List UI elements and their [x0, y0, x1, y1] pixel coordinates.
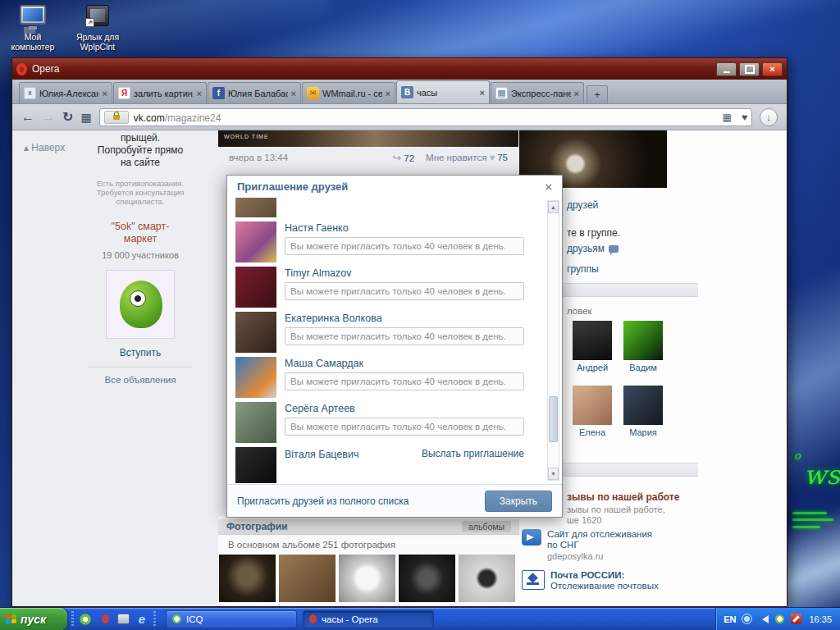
friend-name-link[interactable]: Timyr Almazov — [285, 267, 524, 280]
opera-quicklaunch-icon[interactable] — [98, 612, 112, 627]
reviews-topic-link[interactable]: зывы по нашей работе — [567, 491, 679, 503]
like-counter[interactable]: Мне нравится♥75 — [426, 153, 508, 162]
scrollbar-thumb[interactable] — [549, 396, 558, 442]
friend-name-link[interactable]: Настя Гаенко — [285, 221, 524, 235]
taskbar-task-opera[interactable]: часы - Opera — [303, 610, 434, 628]
friend-name-link[interactable]: Маша Самардак — [285, 357, 524, 370]
tab-close-icon[interactable]: × — [386, 89, 390, 98]
download-button[interactable]: ↓ — [760, 108, 778, 126]
tab-close-icon[interactable]: × — [480, 88, 485, 98]
close-dialog-button[interactable]: Закрыть — [485, 491, 552, 512]
member-avatar[interactable] — [623, 386, 663, 425]
albums-badge[interactable]: альбомы — [462, 521, 511, 532]
dialog-scrollbar[interactable]: ▲ ▼ — [547, 200, 559, 481]
antivirus-tray-icon[interactable] — [790, 614, 801, 625]
post-image[interactable]: WORLD TIME — [218, 130, 518, 147]
reload-button[interactable]: ↻ — [62, 111, 73, 124]
tab-close-icon[interactable]: × — [103, 89, 107, 98]
ad-title[interactable]: "5ok" смарт- маркет — [81, 221, 199, 245]
close-button[interactable]: × — [762, 62, 783, 76]
member-avatar[interactable] — [623, 321, 663, 360]
russian-post-block[interactable]: Почта РОССИИ: Отслеживание почтовых — [522, 570, 659, 591]
friend-name-link[interactable]: Віталя Бацевич — [285, 448, 358, 483]
ie-quicklaunch-icon[interactable]: e — [135, 612, 149, 627]
security-badge[interactable] — [104, 111, 129, 124]
tracking-site-block[interactable]: Сайт для отслеживания по СНГ gdeposylka.… — [522, 529, 652, 562]
member-avatar[interactable] — [573, 321, 612, 360]
member-cell[interactable]: Андрей — [573, 321, 612, 372]
extensions-grid-icon[interactable]: ▦ — [723, 112, 732, 123]
ad-text[interactable]: Попробуйте прямо — [81, 144, 199, 157]
scroll-down-button[interactable]: ▼ — [548, 468, 559, 480]
friend-avatar[interactable] — [235, 447, 276, 483]
tab-yulia-aleksan[interactable]: ‖ Юлия-Алексан... × — [19, 82, 112, 103]
start-button[interactable]: пуск — [0, 608, 67, 630]
tab-close-icon[interactable]: × — [197, 89, 202, 98]
network-tray-icon[interactable] — [741, 614, 752, 625]
desktop-icon-my-computer[interactable]: Мой компьютер — [4, 5, 62, 52]
clock[interactable]: 16:35 — [809, 614, 832, 624]
icq-tray-icon[interactable] — [774, 614, 785, 625]
photos-header[interactable]: Фотографии альбомы — [218, 519, 519, 535]
full-list-link[interactable]: Пригласить друзей из полного списка — [237, 495, 409, 507]
opera-window: Opera × ‖ Юлия-Алексан... × Я залить кар… — [11, 57, 788, 607]
tab-upload-picture[interactable]: Я залить картин... × — [113, 82, 207, 103]
tab-chasy-active[interactable]: В часы × — [396, 80, 490, 103]
tab-wmmail[interactable]: ✉ WMmail.ru - се... × — [302, 82, 395, 103]
photo-thumbnail[interactable] — [339, 555, 395, 602]
window-titlebar[interactable]: Opera × — [12, 58, 787, 80]
group-stats-link[interactable]: группы — [567, 263, 599, 275]
join-link[interactable]: Вступить — [81, 347, 199, 358]
back-to-top-link[interactable]: ▴ Наверх — [24, 142, 65, 153]
friend-avatar[interactable] — [235, 402, 276, 443]
photo-thumbnail[interactable] — [219, 555, 276, 602]
friend-avatar[interactable] — [235, 221, 276, 262]
toolbar-handle[interactable] — [71, 611, 74, 628]
tell-friends-link[interactable]: друзьям — [567, 243, 619, 254]
photo-thumbnail[interactable] — [459, 555, 515, 602]
address-bar[interactable]: vk.com/magazine24 ▦ ♥ — [99, 108, 752, 126]
tab-close-icon[interactable]: × — [291, 89, 296, 98]
toolbar-handle[interactable] — [153, 611, 156, 628]
member-cell[interactable]: Елена — [573, 386, 612, 437]
ad-image[interactable] — [106, 270, 175, 339]
photos-title[interactable]: Фотографии — [226, 521, 288, 532]
post-date[interactable]: вчера в 13:44 — [229, 153, 288, 162]
member-avatar[interactable] — [573, 386, 612, 425]
member-cell[interactable]: Мария — [623, 386, 663, 437]
all-ads-link[interactable]: Все объявления — [105, 375, 176, 385]
friend-avatar[interactable] — [235, 267, 276, 308]
show-desktop-icon[interactable] — [117, 614, 130, 624]
send-invitation-link[interactable]: Выслать приглашение — [422, 448, 524, 483]
back-button[interactable]: ← — [21, 111, 34, 124]
dialog-close-icon[interactable]: × — [545, 180, 552, 193]
language-indicator[interactable]: EN — [724, 614, 736, 624]
minimize-button[interactable] — [716, 62, 737, 76]
friend-name-link[interactable]: Серёга Артеев — [285, 402, 524, 415]
new-tab-button[interactable]: + — [587, 85, 608, 103]
friend-avatar[interactable] — [235, 357, 276, 398]
menu-grid-icon[interactable]: ▦ — [80, 112, 91, 123]
photo-thumbnail[interactable] — [399, 555, 455, 602]
tab-express-panel[interactable]: ▦ Экспресс-пане... × — [491, 82, 584, 103]
tab-yulia-balabas[interactable]: f Юлия Балабас... × — [208, 82, 301, 103]
ad-text[interactable]: на сайте — [81, 157, 199, 169]
icq-quicklaunch-icon[interactable] — [78, 612, 93, 627]
ad-text[interactable]: прыщей. — [81, 132, 199, 144]
banner-caption: WORLD TIME — [224, 134, 269, 139]
maximize-button[interactable] — [739, 62, 760, 76]
friend-avatar[interactable] — [235, 198, 276, 217]
tab-close-icon[interactable]: × — [574, 89, 579, 98]
bookmark-heart-icon[interactable]: ♥ — [742, 112, 747, 123]
photo-thumbnail[interactable] — [279, 555, 336, 602]
volume-tray-icon[interactable] — [757, 614, 769, 625]
friend-avatar[interactable] — [235, 312, 276, 353]
friend-name-link[interactable]: Екатеринка Волкова — [285, 312, 524, 325]
scroll-up-button[interactable]: ▲ — [548, 201, 559, 213]
share-counter[interactable]: ↪72 — [392, 152, 414, 164]
taskbar-task-icq[interactable]: ICQ — [166, 610, 297, 628]
desktop-icon-shortcut[interactable]: Ярлык для WplpClnt — [69, 5, 126, 52]
forward-button[interactable]: → — [42, 111, 55, 124]
invite-friends-link[interactable]: друзей — [567, 199, 598, 211]
member-cell[interactable]: Вадим — [623, 321, 663, 372]
